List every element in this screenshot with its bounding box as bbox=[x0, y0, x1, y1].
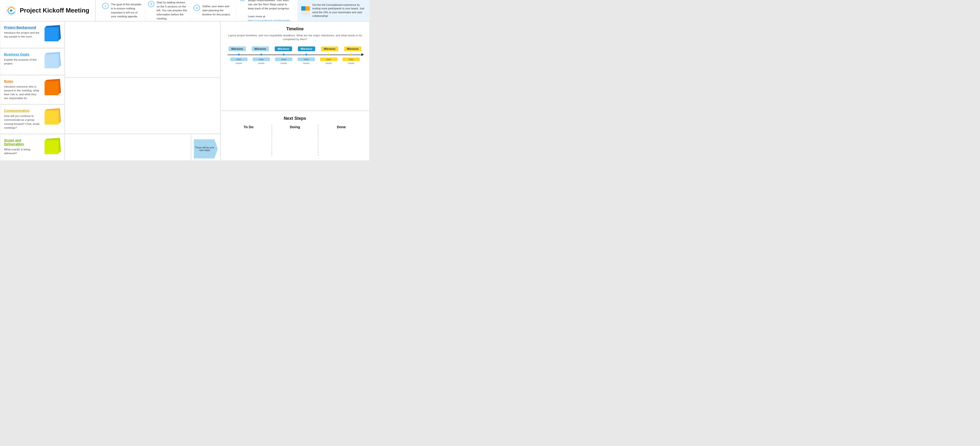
center-bottom-right-panel: These will be your next steps bbox=[191, 134, 220, 161]
date-3: Date bbox=[275, 57, 292, 61]
panel-communication-label: Communication bbox=[4, 109, 41, 113]
center-column: These will be your next steps bbox=[65, 21, 220, 161]
panel-business-goals: Business Goals Explain the purpose of th… bbox=[0, 48, 65, 75]
milestone-5: Milestone bbox=[321, 46, 338, 51]
step-4-num: 4 bbox=[239, 0, 246, 1]
step-3: 3 Gather your team and start planning th… bbox=[191, 2, 237, 19]
date-6: Date bbox=[342, 57, 360, 61]
panel-scope-deliverables-text: Scope and Deliverables What exactly is b… bbox=[4, 138, 41, 155]
sticky-lblue-3 bbox=[45, 54, 59, 68]
detail-2: Details bbox=[253, 62, 270, 65]
timeline-section: Timeline Layout project timelines, and n… bbox=[221, 21, 369, 110]
header: Project Kickoff Meeting 1 The goal of th… bbox=[0, 0, 370, 21]
detail-5: Details bbox=[320, 62, 337, 65]
sticky-yellow-3 bbox=[45, 111, 59, 125]
nextstep-doing-label: Doing bbox=[290, 125, 300, 129]
panel-project-background-label: Project Background bbox=[4, 25, 41, 29]
svg-rect-5 bbox=[305, 11, 310, 15]
svg-rect-3 bbox=[305, 6, 310, 11]
milestone-1: Milestone bbox=[229, 46, 246, 51]
timeline-dot-5 bbox=[328, 54, 329, 56]
svg-point-1 bbox=[10, 10, 12, 12]
promo-icon bbox=[301, 6, 310, 15]
detail-1: Details bbox=[230, 62, 248, 65]
stickies-yellow bbox=[44, 109, 60, 125]
nextstep-col-todo: To Do bbox=[226, 125, 272, 156]
sticky-blue-3 bbox=[45, 27, 59, 41]
panel-roles-text: Roles Introduce everyone who is present … bbox=[4, 79, 41, 100]
date-4: Date bbox=[298, 57, 315, 61]
stickies-green bbox=[44, 138, 60, 155]
page-title: Project Kickoff Meeting bbox=[20, 7, 89, 14]
milestone-6: Milestone bbox=[344, 46, 361, 51]
nextsteps-columns: To Do Doing Done bbox=[226, 125, 364, 156]
step-2-num: 2 bbox=[148, 1, 154, 7]
header-logo: Project Kickoff Meeting bbox=[0, 0, 95, 21]
nextstep-col-doing: Doing bbox=[272, 125, 318, 156]
nextstep-done-label: Done bbox=[337, 125, 346, 129]
timeline-dot-1 bbox=[238, 54, 240, 56]
panel-scope-deliverables-label: Scope and Deliverables bbox=[4, 138, 41, 146]
timeline-details: Details Details Details Details Details … bbox=[228, 62, 363, 65]
header-steps: 1 The goal of this template is to ensure… bbox=[95, 0, 298, 21]
timeline-axis bbox=[228, 53, 363, 57]
detail-3: Details bbox=[275, 62, 292, 65]
sticky-green-3 bbox=[45, 140, 59, 154]
panel-business-goals-desc: Explain the purpose of this project. bbox=[4, 58, 41, 65]
center-bottom-wrapper: These will be your next steps bbox=[65, 134, 220, 161]
promo-text: Get the full Conceptboard experience by … bbox=[312, 3, 366, 18]
nextstep-todo-label: To Do bbox=[244, 125, 253, 129]
panel-project-background-desc: Introduce the project and the key people… bbox=[4, 31, 41, 38]
main-canvas: Project Background Introduce the project… bbox=[0, 21, 370, 161]
header-promo: Get the full Conceptboard experience by … bbox=[298, 0, 370, 21]
stickies-orange bbox=[44, 79, 60, 96]
svg-rect-4 bbox=[301, 11, 305, 15]
milestone-2: Milestone bbox=[251, 46, 269, 51]
nextsteps-section: Next Steps To Do Doing Done bbox=[221, 111, 369, 161]
step-1-text: The goal of this template is to ensure n… bbox=[111, 2, 142, 19]
timeline-dots bbox=[228, 54, 363, 56]
panel-roles-label: Roles bbox=[4, 79, 41, 83]
center-mid-panel bbox=[65, 78, 220, 133]
stickies-blue bbox=[44, 25, 60, 42]
timeline-dates: Date Date Date Date Date Date bbox=[228, 57, 363, 61]
right-column: Timeline Layout project timelines, and n… bbox=[220, 21, 370, 161]
nextstep-col-done: Done bbox=[318, 125, 364, 156]
sticky-orange-3 bbox=[45, 81, 59, 95]
logo-icon bbox=[6, 5, 16, 16]
timeline-dot-4 bbox=[305, 54, 307, 56]
timeline-dot-3 bbox=[283, 54, 285, 56]
timeline-subtitle: Layout project timelines, and non-negoti… bbox=[226, 33, 364, 41]
panel-project-background-text: Project Background Introduce the project… bbox=[4, 25, 41, 38]
step-3-num: 3 bbox=[194, 5, 200, 11]
panel-communication-desc: How will you continue to communicate as … bbox=[4, 114, 41, 129]
timeline-dot-6 bbox=[350, 54, 352, 56]
arrow-body: These will be your next steps bbox=[194, 139, 218, 159]
stickies-lblue bbox=[44, 52, 60, 69]
panel-business-goals-text: Business Goals Explain the purpose of th… bbox=[4, 52, 41, 65]
milestone-4: Milestone bbox=[298, 46, 315, 51]
panel-communication-text: Communication How will you continue to c… bbox=[4, 109, 41, 129]
detail-4: Details bbox=[298, 62, 315, 65]
date-1: Date bbox=[230, 57, 248, 61]
date-5: Date bbox=[320, 57, 337, 61]
center-top-panel bbox=[65, 21, 220, 77]
step-1: 1 The goal of this template is to ensure… bbox=[99, 0, 145, 21]
panel-business-goals-label: Business Goals bbox=[4, 52, 41, 56]
arrow-next-steps: These will be your next steps bbox=[194, 139, 218, 159]
panel-scope-deliverables-desc: What exactly is being delivered? bbox=[4, 148, 41, 155]
step-2: 2 Start by adding stickies on the 5 sect… bbox=[145, 0, 191, 23]
step-1-num: 1 bbox=[102, 3, 108, 9]
panel-project-background: Project Background Introduce the project… bbox=[0, 21, 65, 48]
arrow-text: These will be your next steps bbox=[194, 146, 218, 152]
timeline-milestones: Milestone Milestone Milestone Milestone … bbox=[226, 46, 364, 51]
panel-roles-desc: Introduce everyone who is present in the… bbox=[4, 85, 41, 100]
timeline-dot-2 bbox=[260, 54, 262, 56]
svg-rect-2 bbox=[301, 6, 305, 11]
center-bottom-left-panel bbox=[65, 134, 191, 161]
milestone-3: Milestone bbox=[275, 46, 292, 51]
panel-communication: Communication How will you continue to c… bbox=[0, 105, 65, 133]
nextsteps-title: Next Steps bbox=[226, 116, 364, 121]
step-3-text: Gather your team and start planning the … bbox=[202, 4, 233, 16]
date-2: Date bbox=[253, 57, 270, 61]
